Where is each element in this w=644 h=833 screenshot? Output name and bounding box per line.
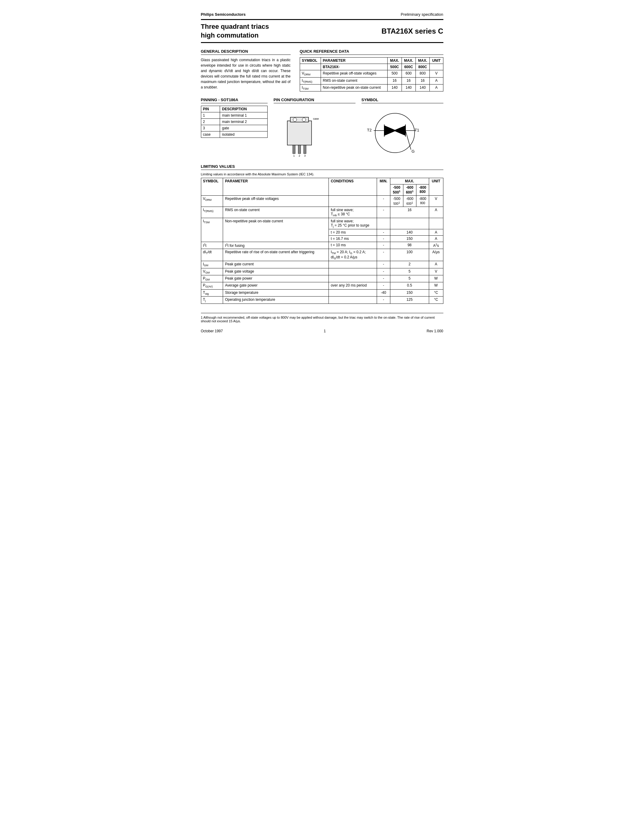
footer-page: 1 <box>324 329 326 333</box>
lv-max-i2t: 98 <box>390 242 429 249</box>
lv-sym-itrms: IT(RMS) <box>201 207 223 218</box>
pin-desc-2: main terminal 2 <box>220 119 267 125</box>
qr-max3-itrms: 16 <box>415 77 430 84</box>
symbol-diagram: T2 T1 G <box>362 106 428 157</box>
lv-min-itsm3: - <box>377 236 390 242</box>
svg-text:2: 2 <box>298 154 300 157</box>
lv-cond-itsm2: t = 20 ms <box>329 229 377 236</box>
lv-unit-vgm: V <box>429 268 443 275</box>
lv-cond-didt: ITM = 20 A; IG = 0.2 A;dIG/dt = 0.2 A/μs <box>329 249 377 261</box>
lv-param-vdrm: Repetitive peak off-state voltages <box>223 196 329 207</box>
qr-unit-itsm: A <box>430 84 443 91</box>
svg-text:1: 1 <box>293 154 295 157</box>
table-row: ITSM Non-repetitive peak on-state curren… <box>201 218 443 229</box>
lv-max-didt: 100 <box>390 249 429 261</box>
lv-sym-pgm: PGM <box>201 275 223 282</box>
qr-max1-vdrm: 500 <box>388 70 402 77</box>
part-number: BTA216X series C <box>382 27 443 35</box>
svg-text:G: G <box>412 149 415 154</box>
lv-unit-tj: °C <box>429 297 443 304</box>
qr-param-itsm: Non-repetitive peak on-state current <box>320 84 387 91</box>
lv-min-pgm: - <box>377 275 390 282</box>
lv-unit-didt: A/μs <box>429 249 443 261</box>
pin-config-diagram: 1 2 3 case <box>274 106 325 157</box>
qr-param-itrms: RMS on-state current <box>320 77 387 84</box>
qr-subh-5 <box>430 64 443 70</box>
lv-param-pgm: Peak gate power <box>223 275 329 282</box>
svg-marker-18 <box>393 125 406 136</box>
qr-col-symbol: SYMBOL <box>300 58 320 64</box>
svg-point-11 <box>375 113 415 153</box>
main-title: Three quadrant triacshigh commutation <box>201 23 269 40</box>
qr-max2-itrms: 16 <box>402 77 415 84</box>
symbol-wrap: SYMBOL T2 T1 G <box>362 98 443 158</box>
lv-col-conditions: CONDITIONS <box>329 178 377 196</box>
svg-rect-4 <box>293 145 295 154</box>
qr-subh-4: 800C <box>415 64 430 70</box>
pin-num-2: 2 <box>201 119 220 125</box>
lv-param-itsm: Non-repetitive peak on-state current <box>223 218 329 242</box>
lv-unit-itrms: A <box>429 207 443 218</box>
pinning-title: PINNING - SOT186A <box>201 98 267 103</box>
lv-param-igm: Peak gate current <box>223 261 329 268</box>
table-row: IGM Peak gate current - 2 A <box>201 261 443 268</box>
lv-sym-tj: Tj <box>201 297 223 304</box>
pin-num-1: 1 <box>201 113 220 119</box>
pinning-section: PINNING - SOT186A PIN DESCRIPTION 1 main… <box>201 98 443 158</box>
pin-desc-3: gate <box>220 125 267 132</box>
qr-unit-itrms: A <box>430 77 443 84</box>
svg-text:3: 3 <box>304 154 306 157</box>
qr-max1-itrms: 16 <box>388 77 402 84</box>
lv-max-itsm3: 150 <box>390 236 429 242</box>
lv-max-vgm: 5 <box>390 268 429 275</box>
qr-subh-3: 600C <box>402 64 415 70</box>
qr-col-max3: MAX. <box>415 58 430 64</box>
lv-unit-igm: A <box>429 261 443 268</box>
lv-min-itsm1 <box>377 218 390 229</box>
pin-desc-1: main terminal 1 <box>220 113 267 119</box>
lv-param-i2t: I2t for fusing <box>223 242 329 249</box>
top-header: Philips Semiconductors Preliminary speci… <box>201 12 443 17</box>
quick-ref-table: SYMBOL PARAMETER MAX. MAX. MAX. UNIT BTA… <box>300 57 443 92</box>
qr-sym-itrms: IT(RMS) <box>300 77 320 84</box>
lv-unit-itsm1 <box>429 218 443 229</box>
lv-800-vdrm: -800800 <box>416 196 429 207</box>
svg-point-3 <box>302 118 306 121</box>
footer-bar: October 1997 1 Rev 1.000 <box>201 329 443 333</box>
lv-min-igm: - <box>377 261 390 268</box>
lv-cond-tj <box>329 297 377 304</box>
lv-sym-pgav: PG(AV) <box>201 282 223 289</box>
lv-col-parameter: PARAMETER <box>223 178 329 196</box>
lv-min-i2t: - <box>377 242 390 249</box>
quick-ref-title: QUICK REFERENCE DATA <box>300 49 443 55</box>
table-row: VGM Peak gate voltage - 5 V <box>201 268 443 275</box>
table-row: dIT/dt Repetitive rate of rise of on-sta… <box>201 249 443 261</box>
lv-cond-pgav: over any 20 ms period <box>329 282 377 289</box>
symbol-title: SYMBOL <box>362 98 443 103</box>
qr-subh-1: BTA216X- <box>320 64 387 70</box>
table-row: ITSM Non-repetitive peak on-state curren… <box>300 84 443 91</box>
lv-cond-tstg <box>329 289 377 296</box>
qr-max2-itsm: 140 <box>402 84 415 91</box>
table-row: 1 main terminal 1 <box>201 113 267 119</box>
lv-min-tstg: -40 <box>377 289 390 296</box>
lv-max-pgm: 5 <box>390 275 429 282</box>
qr-subh-0 <box>300 64 320 70</box>
lv-unit-itsm3: A <box>429 236 443 242</box>
title-bar: Three quadrant triacshigh commutation BT… <box>201 19 443 43</box>
table-row: IT(RMS) RMS on-state current 16 16 16 A <box>300 77 443 84</box>
lv-col-unit: UNIT <box>429 178 443 196</box>
general-description-section: GENERAL DESCRIPTION Glass passivated hig… <box>201 49 291 92</box>
footer-rev: Rev 1.000 <box>427 329 443 333</box>
qr-col-max1: MAX. <box>388 58 402 64</box>
lv-max-600: -6006001 <box>403 185 416 196</box>
lv-sym-didt: dIT/dt <box>201 249 223 261</box>
lv-min-tj: - <box>377 297 390 304</box>
lv-param-itrms: RMS on-state current <box>223 207 329 218</box>
pin-config-title: PIN CONFIGURATION <box>274 98 356 103</box>
lv-sym-itsm: ITSM <box>201 218 223 242</box>
lv-max-itsm1 <box>390 218 429 229</box>
lv-min-pgav: - <box>377 282 390 289</box>
table-row: Tstg Storage temperature -40 150 °C <box>201 289 443 296</box>
lv-min-itrms: - <box>377 207 390 218</box>
